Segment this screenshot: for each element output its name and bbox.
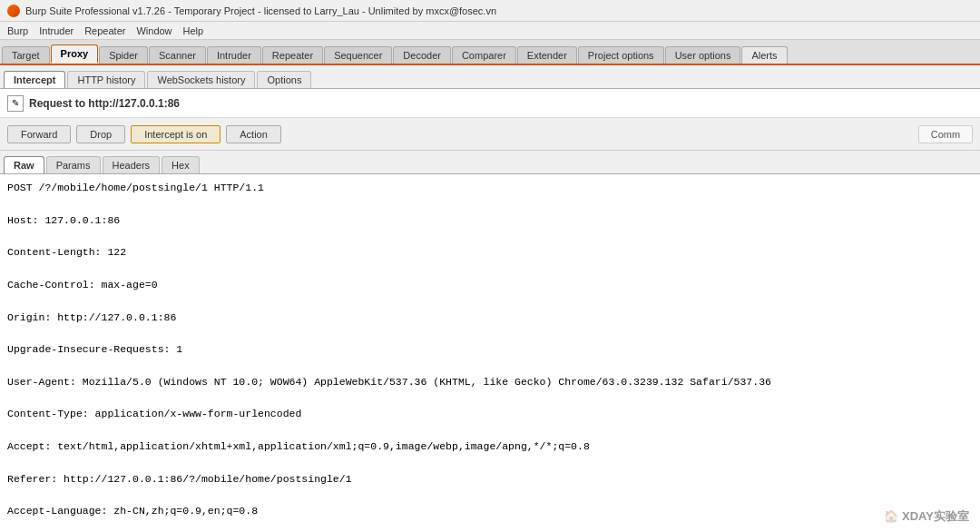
content-tab-hex[interactable]: Hex — [162, 156, 200, 173]
content-tab-params[interactable]: Params — [46, 156, 101, 173]
content-tabs: Raw Params Headers Hex — [0, 151, 980, 174]
drop-button[interactable]: Drop — [76, 125, 125, 143]
http-content-area: POST /?/mobile/home/postsingle/1 HTTP/1.… — [0, 174, 980, 532]
menu-help[interactable]: Help — [183, 25, 204, 36]
request-bar: ✎ Request to http://127.0.0.1:86 — [0, 89, 980, 118]
tab-project-options[interactable]: Project options — [578, 46, 664, 64]
menu-repeater[interactable]: Repeater — [84, 25, 125, 36]
subtab-websockets-history[interactable]: WebSockets history — [147, 71, 255, 88]
tab-decoder[interactable]: Decoder — [393, 46, 451, 64]
subtab-options[interactable]: Options — [257, 71, 311, 88]
menu-bar: Burp Intruder Repeater Window Help — [0, 22, 980, 40]
request-label: Request to http://127.0.0.1:86 — [29, 97, 180, 110]
main-tabs: Target Proxy Spider Scanner Intruder Rep… — [0, 40, 980, 65]
subtab-http-history[interactable]: HTTP history — [67, 71, 145, 88]
content-tab-headers[interactable]: Headers — [103, 156, 161, 173]
burp-icon — [7, 5, 20, 17]
comm-button[interactable]: Comm — [918, 125, 973, 143]
menu-intruder[interactable]: Intruder — [39, 25, 74, 36]
subtab-intercept[interactable]: Intercept — [4, 71, 65, 88]
title-bar-text: Burp Suite Professional v1.7.26 - Tempor… — [25, 5, 496, 16]
tab-target[interactable]: Target — [2, 46, 50, 64]
forward-button[interactable]: Forward — [7, 125, 71, 143]
content-tab-raw[interactable]: Raw — [4, 156, 44, 173]
tab-sequencer[interactable]: Sequencer — [324, 46, 392, 64]
tab-scanner[interactable]: Scanner — [149, 46, 206, 64]
action-button[interactable]: Action — [226, 125, 281, 143]
tab-user-options[interactable]: User options — [665, 46, 741, 64]
request-icon: ✎ — [7, 95, 24, 112]
tab-proxy[interactable]: Proxy — [51, 44, 99, 64]
title-bar: Burp Suite Professional v1.7.26 - Tempor… — [0, 0, 980, 22]
menu-burp[interactable]: Burp — [7, 25, 28, 36]
tab-intruder[interactable]: Intruder — [207, 46, 261, 64]
action-row: Forward Drop Intercept is on Action Comm — [0, 118, 980, 151]
menu-window[interactable]: Window — [136, 25, 172, 36]
tab-repeater[interactable]: Repeater — [262, 46, 323, 64]
tab-comparer[interactable]: Comparer — [452, 46, 516, 64]
tab-alerts[interactable]: Alerts — [741, 46, 787, 64]
intercept-button[interactable]: Intercept is on — [131, 125, 220, 143]
sub-tabs: Intercept HTTP history WebSockets histor… — [0, 65, 980, 89]
tab-spider[interactable]: Spider — [99, 46, 148, 64]
tab-extender[interactable]: Extender — [517, 46, 577, 64]
